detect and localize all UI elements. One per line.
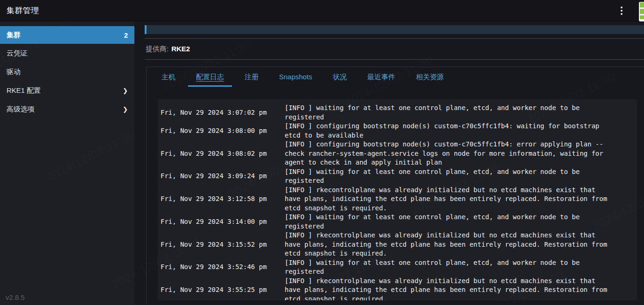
divider (145, 59, 644, 60)
log-timestamp: Fri, Nov 29 2024 3:08:00 pm (161, 126, 267, 136)
kebab-menu-icon[interactable] (618, 6, 625, 16)
log-timestamp: Fri, Nov 29 2024 3:15:52 pm (161, 240, 267, 250)
tab-item[interactable]: 状况 (322, 67, 357, 87)
log-message: [INFO ] waiting for at least one control… (285, 258, 609, 277)
log-entry: Fri, Nov 29 2024 3:55:25 pm[INFO ] rkeco… (161, 277, 634, 301)
topbar: 集群管理 (0, 0, 644, 21)
sidebar-item[interactable]: 驱动 (0, 62, 134, 81)
tab-item[interactable]: 相关资源 (406, 67, 454, 87)
sidebar-item[interactable]: 集群2 (0, 26, 134, 44)
sidebar-item-label: 云凭证 (7, 49, 128, 58)
log-message: [INFO ] rkecontrolplane was already init… (285, 231, 609, 258)
log-message: [INFO ] configuring bootstrap node(s) cu… (285, 140, 609, 167)
sidebar-item-label: 集群 (7, 31, 124, 40)
count-badge: 2 (124, 31, 128, 39)
sidebar-item-label: 驱动 (7, 68, 128, 76)
extension-badge-block (640, 15, 644, 19)
page-title: 集群管理 (0, 0, 644, 21)
sidebar-item[interactable]: 高级选项❯ (0, 100, 134, 118)
log-message: [INFO ] waiting for at least one control… (285, 104, 609, 122)
log-entry: Fri, Nov 29 2024 3:09:24 pm[INFO ] waiti… (161, 167, 634, 186)
provider-row: 提供商:RKE2 (145, 39, 644, 59)
chevron-right-icon: ❯ (123, 87, 128, 94)
sidebar-item-label: 高级选项 (7, 105, 123, 114)
log-timestamp: Fri, Nov 29 2024 3:07:02 pm (161, 108, 267, 118)
log-entry: Fri, Nov 29 2024 3:08:02 pm[INFO ] confi… (161, 140, 634, 167)
provider-value: RKE2 (171, 45, 190, 53)
kebab-dot (621, 13, 623, 15)
log-entry: Fri, Nov 29 2024 3:07:02 pm[INFO ] waiti… (161, 104, 634, 122)
log-entry: Fri, Nov 29 2024 3:14:00 pm[INFO ] waiti… (161, 213, 634, 231)
extension-badge-block (640, 9, 644, 14)
tab-item[interactable]: 主机 (151, 67, 186, 87)
tab-container: 主机配置日志注册Snapshots状况最近事件相关资源 Fri, Nov 29 … (146, 67, 644, 305)
kebab-dot (621, 7, 623, 8)
log-message: [INFO ] waiting for at least one control… (285, 167, 609, 186)
tab-active[interactable]: 配置日志 (186, 67, 234, 87)
log-message: [INFO ] configuring bootstrap node(s) cu… (285, 122, 609, 140)
browser-extension-badge[interactable] (639, 2, 644, 21)
sidebar-item[interactable]: RKE1 配置❯ (0, 81, 134, 100)
log-timestamp: Fri, Nov 29 2024 3:08:02 pm (161, 149, 267, 159)
cluster-banner[interactable] (145, 25, 644, 34)
log-entry: Fri, Nov 29 2024 3:52:46 pm[INFO ] waiti… (161, 258, 634, 277)
provisioning-log-panel[interactable]: Fri, Nov 29 2024 3:07:02 pm[INFO ] waiti… (158, 99, 637, 300)
log-timestamp: Fri, Nov 29 2024 3:14:00 pm (161, 217, 267, 227)
tab-item[interactable]: 注册 (234, 67, 269, 87)
log-timestamp: Fri, Nov 29 2024 3:55:25 pm (161, 285, 267, 295)
tab-bar: 主机配置日志注册Snapshots状况最近事件相关资源 (147, 67, 644, 87)
version-label: v2.8.5 (6, 293, 25, 301)
log-message: [INFO ] waiting for at least one control… (285, 213, 609, 231)
log-entry: Fri, Nov 29 2024 3:08:00 pm[INFO ] confi… (161, 122, 634, 140)
log-timestamp: Fri, Nov 29 2024 3:09:24 pm (161, 172, 267, 181)
tab-item[interactable]: 最近事件 (357, 67, 406, 87)
sidebar: 集群2云凭证驱动RKE1 配置❯高级选项❯ v2.8.5 (0, 21, 134, 305)
chevron-right-icon: ❯ (123, 106, 128, 113)
log-entry: Fri, Nov 29 2024 3:12:58 pm[INFO ] rkeco… (161, 186, 634, 213)
provider-label: 提供商: (146, 45, 168, 53)
main-content: 提供商:RKE2 主机配置日志注册Snapshots状况最近事件相关资源 Fri… (145, 21, 644, 305)
extension-badge-block (640, 2, 644, 7)
tab-item[interactable]: Snapshots (269, 67, 322, 87)
log-timestamp: Fri, Nov 29 2024 3:12:58 pm (161, 194, 267, 204)
kebab-dot (621, 10, 623, 12)
log-entry: Fri, Nov 29 2024 3:15:52 pm[INFO ] rkeco… (161, 231, 634, 258)
log-message: [INFO ] rkecontrolplane was already init… (285, 186, 609, 213)
sidebar-item[interactable]: 云凭证 (0, 44, 134, 62)
sidebar-item-label: RKE1 配置 (7, 86, 123, 95)
log-message: [INFO ] rkecontrolplane was already init… (285, 277, 609, 301)
sidebar-nav: 集群2云凭证驱动RKE1 配置❯高级选项❯ (0, 26, 134, 118)
log-timestamp: Fri, Nov 29 2024 3:52:46 pm (161, 263, 267, 272)
